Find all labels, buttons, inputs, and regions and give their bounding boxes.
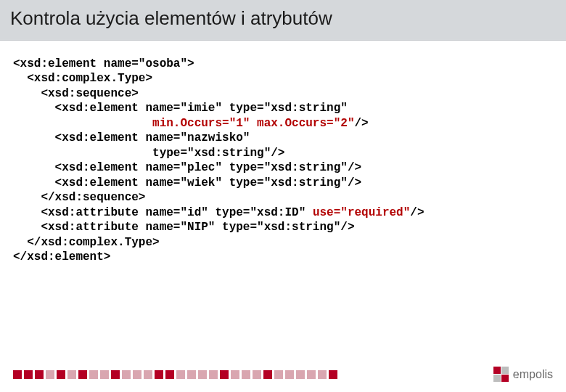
code-line: </xsd:complex.Type> <box>13 236 160 249</box>
code-line: <xsd:element name="nazwisko" <box>13 131 250 144</box>
code-line: <xsd:element name="wiek" type="xsd:strin… <box>13 176 361 189</box>
decorative-square <box>296 370 305 379</box>
decorative-square <box>242 370 250 379</box>
decorative-square <box>111 370 120 379</box>
decorative-square <box>35 370 44 379</box>
code-highlight: use="required" <box>313 206 410 219</box>
code-line: /> <box>410 206 424 219</box>
logo-text: empolis <box>513 368 553 381</box>
decorative-square <box>176 370 185 379</box>
code-line: <xsd:element name="imie" type="xsd:strin… <box>13 102 348 115</box>
code-line: <xsd:sequence> <box>13 87 139 100</box>
decorative-square <box>263 370 272 379</box>
code-line: <xsd:attribute name="NIP" type="xsd:stri… <box>13 221 354 234</box>
code-line: <xsd:complex.Type> <box>13 72 152 85</box>
code-line: </xsd:element> <box>13 250 110 264</box>
code-line <box>13 117 152 130</box>
code-line: type="xsd:string"/> <box>13 147 284 160</box>
code-line: /> <box>354 117 368 130</box>
decorative-squares <box>13 370 337 379</box>
decorative-square <box>285 370 294 379</box>
decorative-square <box>187 370 196 379</box>
decorative-square <box>329 370 337 379</box>
decorative-square <box>122 370 131 379</box>
brand-logo: empolis <box>493 367 553 382</box>
decorative-square <box>133 370 142 379</box>
code-highlight: min.Occurs="1" max.Occurs="2" <box>152 117 354 130</box>
decorative-square <box>165 370 174 379</box>
decorative-square <box>67 370 76 379</box>
decorative-square <box>253 370 261 379</box>
decorative-square <box>155 370 163 379</box>
decorative-square <box>198 370 207 379</box>
logo-icon <box>493 367 509 382</box>
code-line: </xsd:sequence> <box>13 191 145 204</box>
decorative-square <box>89 370 98 379</box>
decorative-square <box>78 370 87 379</box>
decorative-square <box>57 370 65 379</box>
decorative-square <box>46 370 54 379</box>
decorative-square <box>274 370 283 379</box>
code-line: <xsd:element name="osoba"> <box>13 57 194 70</box>
slide-title: Kontrola użycia elementów i atrybutów <box>0 0 566 41</box>
decorative-square <box>318 370 327 379</box>
decorative-square <box>209 370 218 379</box>
decorative-square <box>231 370 239 379</box>
code-line: <xsd:element name="plec" type="xsd:strin… <box>13 161 361 174</box>
decorative-square <box>307 370 316 379</box>
decorative-square <box>220 370 229 379</box>
decorative-square <box>100 370 109 379</box>
decorative-square <box>13 370 22 379</box>
footer: empolis <box>0 367 566 382</box>
code-block: <xsd:element name="osoba"> <xsd:complex.… <box>0 41 566 281</box>
decorative-square <box>144 370 152 379</box>
decorative-square <box>24 370 33 379</box>
code-line: <xsd:attribute name="id" type="xsd:ID" <box>13 206 313 219</box>
